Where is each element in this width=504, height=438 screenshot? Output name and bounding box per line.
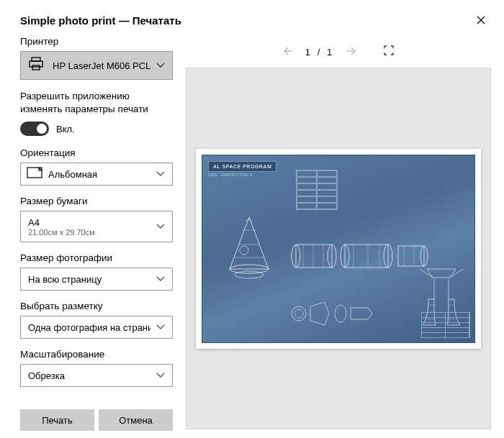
svg-point-17 xyxy=(335,305,346,322)
blueprint-title: AL SPACE PROGRAM xyxy=(208,161,276,172)
permission-toggle-row: Вкл. xyxy=(20,122,173,136)
printer-icon xyxy=(28,57,44,74)
print-button[interactable]: Печать xyxy=(20,409,94,431)
layout-field: Выбрать разметку Одна фотография на стра… xyxy=(20,301,173,339)
next-page-button[interactable] xyxy=(341,42,361,62)
paper-size-dropdown[interactable]: A4 21.00см x 29.70см xyxy=(20,211,173,242)
blueprint-spec-table xyxy=(296,170,338,210)
cancel-button[interactable]: Отмена xyxy=(99,409,173,431)
paper-size-sub: 21.00см x 29.70см xyxy=(28,228,95,237)
svg-point-5 xyxy=(235,271,264,278)
blueprint-rocket-body xyxy=(289,227,433,285)
pager: 1 / 1 xyxy=(186,36,491,68)
blueprint-subtitle: 1966 · GEMINI/TITAN II xyxy=(208,173,253,177)
preview-canvas: AL SPACE PROGRAM 1966 · GEMINI/TITAN II xyxy=(186,68,491,429)
prev-page-button[interactable] xyxy=(278,42,298,62)
paper-size-field: Размер бумаги A4 21.00см x 29.70см xyxy=(20,196,173,242)
photo-size-label: Размер фотографии xyxy=(20,252,173,263)
fullscreen-icon xyxy=(384,45,394,58)
preview-page: AL SPACE PROGRAM 1966 · GEMINI/TITAN II xyxy=(196,149,481,349)
blueprint-engine-bottom xyxy=(289,292,390,335)
toggle-state-label: Вкл. xyxy=(56,124,75,134)
scaling-value: Обрезка xyxy=(28,370,65,381)
svg-point-16 xyxy=(294,309,303,318)
svg-rect-3 xyxy=(27,168,42,178)
scaling-label: Масштабирование xyxy=(20,349,173,360)
permission-toggle[interactable] xyxy=(20,122,49,136)
permission-section: Разрешить приложению изменять параметры … xyxy=(20,90,173,147)
preview-pane: 1 / 1 AL SPACE PROGRAM 1966 · GEMIN xyxy=(181,36,504,438)
toggle-knob xyxy=(37,124,47,134)
close-icon xyxy=(477,14,485,27)
arrow-left-icon xyxy=(283,45,293,58)
layout-dropdown[interactable]: Одна фотография на странице xyxy=(20,316,173,339)
chevron-down-icon xyxy=(156,224,165,229)
paper-size-label: Размер бумаги xyxy=(20,196,173,206)
layout-value: Одна фотография на странице xyxy=(28,322,150,333)
scaling-dropdown[interactable]: Обрезка xyxy=(20,364,173,387)
scaling-field: Масштабирование Обрезка xyxy=(20,349,173,387)
action-buttons: Печать Отмена xyxy=(20,409,173,438)
printer-label: Принтер xyxy=(20,36,173,47)
preview-photo: AL SPACE PROGRAM 1966 · GEMINI/TITAN II xyxy=(202,155,475,343)
blueprint-capsule xyxy=(217,213,282,285)
svg-rect-1 xyxy=(30,61,42,67)
layout-label: Выбрать разметку xyxy=(20,301,173,311)
printer-value: HP LaserJet M606 PCL-6 xyxy=(53,60,150,71)
dialog-body: Принтер HP LaserJet M606 PCL-6 Разрешить… xyxy=(0,36,504,438)
chevron-down-icon xyxy=(156,171,165,177)
orientation-dropdown[interactable]: Альбомная xyxy=(20,163,173,186)
printer-dropdown[interactable]: HP LaserJet M606 PCL-6 xyxy=(20,51,173,80)
chevron-down-icon xyxy=(156,324,165,330)
close-button[interactable] xyxy=(471,10,491,30)
fullscreen-button[interactable] xyxy=(379,42,399,62)
print-dialog: { "title": "Simple photo print — Печатат… xyxy=(0,0,504,438)
svg-rect-0 xyxy=(32,58,40,61)
orientation-field: Ориентация Альбомная xyxy=(20,147,173,186)
paper-size-value: A4 xyxy=(28,217,40,228)
orientation-value: Альбомная xyxy=(48,169,97,180)
photo-size-field: Размер фотографии На всю страницу xyxy=(20,252,173,291)
svg-rect-11 xyxy=(345,245,388,268)
permission-label: Разрешить приложению изменять параметры … xyxy=(20,90,173,116)
landscape-icon xyxy=(27,167,42,181)
svg-point-6 xyxy=(240,246,248,255)
arrow-right-icon xyxy=(346,45,356,58)
dialog-title: Simple photo print — Печатать xyxy=(20,14,181,27)
photo-size-value: На всю страницу xyxy=(28,274,102,285)
settings-sidebar: Принтер HP LaserJet M606 PCL-6 Разрешить… xyxy=(0,36,181,438)
svg-rect-8 xyxy=(296,245,332,268)
page-indicator: 1 / 1 xyxy=(305,47,334,58)
chevron-down-icon xyxy=(156,373,165,378)
chevron-down-icon xyxy=(156,63,165,68)
svg-point-15 xyxy=(292,306,306,321)
blueprint-title-block xyxy=(421,312,470,338)
chevron-down-icon xyxy=(156,276,165,282)
title-bar: Simple photo print — Печатать xyxy=(0,0,504,36)
svg-rect-2 xyxy=(32,65,40,70)
photo-size-dropdown[interactable]: На всю страницу xyxy=(20,268,173,291)
printer-field: Принтер HP LaserJet M606 PCL-6 xyxy=(20,36,173,80)
orientation-label: Ориентация xyxy=(20,147,173,158)
